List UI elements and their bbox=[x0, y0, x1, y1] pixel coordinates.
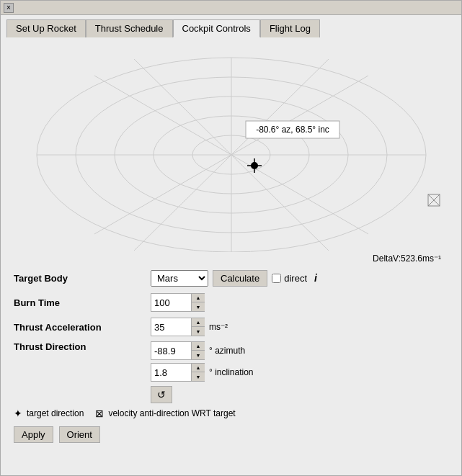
inclination-input[interactable] bbox=[151, 366, 191, 380]
reset-row: ↺ bbox=[151, 386, 254, 403]
azimuth-arrows: ▲ ▼ bbox=[191, 342, 205, 359]
thrust-dir-row: Thrust Direction ▲ ▼ ° azimuth bbox=[14, 341, 448, 403]
legend-velocity-label: velocity anti-direction WRT target bbox=[108, 408, 235, 418]
inclination-row: ▲ ▼ ° inclination bbox=[151, 363, 254, 382]
thrust-accel-label: Thrust Acceleration bbox=[14, 322, 151, 333]
target-body-row: Target Body Mars Earth Moon Venus Calcul… bbox=[14, 268, 448, 288]
title-bar: × bbox=[1, 1, 461, 15]
azimuth-up[interactable]: ▲ bbox=[192, 342, 205, 351]
thrust-dir-inputs: ▲ ▼ ° azimuth ▲ ▼ bbox=[151, 341, 254, 403]
burn-time-row: Burn Time ▲ ▼ bbox=[14, 292, 448, 313]
direct-label: direct bbox=[284, 273, 307, 284]
orient-button[interactable]: Orient bbox=[59, 426, 100, 443]
tab-bar: Set Up Rocket Thrust Schedule Cockpit Co… bbox=[1, 15, 461, 37]
inclination-up[interactable]: ▲ bbox=[192, 364, 205, 372]
azimuth-input[interactable] bbox=[151, 344, 191, 358]
tab-cockpit[interactable]: Cockpit Controls bbox=[173, 19, 260, 37]
info-icon[interactable]: i bbox=[314, 272, 317, 284]
inclination-arrows: ▲ ▼ bbox=[191, 364, 205, 381]
thrust-accel-inputs: ▲ ▼ ms⁻² bbox=[151, 318, 228, 336]
target-body-select[interactable]: Mars Earth Moon Venus bbox=[151, 270, 208, 287]
burn-time-spinbox: ▲ ▼ bbox=[151, 293, 205, 312]
legend-target-label: target direction bbox=[27, 408, 84, 418]
direct-checkbox[interactable] bbox=[272, 274, 281, 283]
thrust-accel-up[interactable]: ▲ bbox=[192, 318, 205, 327]
legend-velocity-anti: ⊠ velocity anti-direction WRT target bbox=[95, 408, 235, 419]
burn-time-label: Burn Time bbox=[14, 297, 151, 308]
calculate-button[interactable]: Calculate bbox=[213, 270, 267, 287]
controls-panel: Target Body Mars Earth Moon Venus Calcul… bbox=[6, 268, 456, 403]
inclination-spinbox: ▲ ▼ bbox=[151, 363, 205, 382]
reset-button[interactable]: ↺ bbox=[151, 386, 172, 403]
target-direction-icon: ✦ bbox=[14, 408, 22, 419]
thrust-accel-row: Thrust Acceleration ▲ ▼ ms⁻² bbox=[14, 317, 448, 337]
content-area: -80.6° az, 68.5° inc DeltaV:523.6ms⁻¹ Ta… bbox=[1, 37, 461, 449]
thrust-accel-arrows: ▲ ▼ bbox=[191, 318, 205, 336]
legend-target-direction: ✦ target direction bbox=[14, 408, 84, 419]
target-body-label: Target Body bbox=[14, 273, 151, 284]
polar-chart: -80.6° az, 68.5° inc bbox=[22, 43, 440, 252]
action-row: Apply Orient bbox=[6, 426, 456, 443]
inclination-down[interactable]: ▼ bbox=[192, 372, 205, 381]
azimuth-unit: ° azimuth bbox=[209, 346, 245, 356]
legend: ✦ target direction ⊠ velocity anti-direc… bbox=[6, 408, 456, 419]
tab-setup[interactable]: Set Up Rocket bbox=[6, 19, 86, 37]
thrust-accel-down[interactable]: ▼ bbox=[192, 327, 205, 336]
burn-time-inputs: ▲ ▼ bbox=[151, 293, 205, 312]
thrust-dir-label: Thrust Direction bbox=[14, 341, 151, 352]
direct-checkbox-label: direct bbox=[272, 273, 307, 284]
tab-thrust[interactable]: Thrust Schedule bbox=[86, 19, 173, 37]
main-window: × Set Up Rocket Thrust Schedule Cockpit … bbox=[0, 0, 462, 476]
azimuth-down[interactable]: ▼ bbox=[192, 351, 205, 359]
delta-v-display: DeltaV:523.6ms⁻¹ bbox=[6, 253, 441, 264]
thrust-accel-spinbox: ▲ ▼ bbox=[151, 318, 205, 336]
azimuth-spinbox: ▲ ▼ bbox=[151, 341, 205, 360]
close-button[interactable]: × bbox=[4, 3, 14, 13]
tab-flightlog[interactable]: Flight Log bbox=[260, 19, 320, 37]
inclination-unit: ° inclination bbox=[209, 367, 254, 377]
target-body-inputs: Mars Earth Moon Venus Calculate direct i bbox=[151, 270, 317, 287]
burn-time-up[interactable]: ▲ bbox=[192, 294, 205, 302]
velocity-anti-icon: ⊠ bbox=[95, 408, 104, 419]
burn-time-arrows: ▲ ▼ bbox=[191, 294, 205, 311]
burn-time-down[interactable]: ▼ bbox=[192, 302, 205, 311]
azimuth-row: ▲ ▼ ° azimuth bbox=[151, 341, 254, 360]
apply-button[interactable]: Apply bbox=[14, 426, 53, 443]
chart-svg: -80.6° az, 68.5° inc bbox=[22, 43, 440, 252]
burn-time-input[interactable] bbox=[151, 296, 191, 310]
svg-text:-80.6° az, 68.5° inc: -80.6° az, 68.5° inc bbox=[256, 125, 329, 135]
thrust-accel-input[interactable] bbox=[151, 320, 191, 334]
thrust-accel-unit: ms⁻² bbox=[209, 322, 228, 332]
